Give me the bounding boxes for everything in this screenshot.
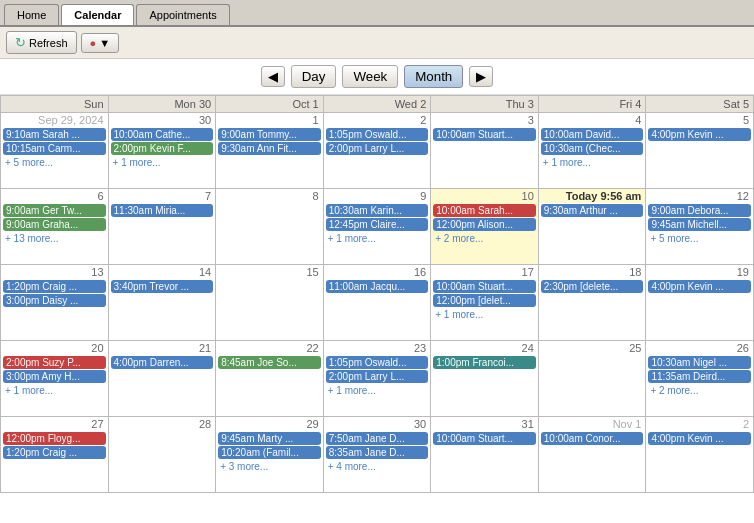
calendar-event[interactable]: 3:40pm Trevor ... (111, 280, 214, 293)
calendar-event[interactable]: + 5 more... (1, 156, 108, 169)
calendar-event[interactable]: + 13 more... (1, 232, 108, 245)
cell-date: 30 (324, 417, 431, 431)
cell-date: 10 (431, 189, 538, 203)
calendar-event[interactable]: 12:00pm Alison... (433, 218, 536, 231)
cell-date: 3 (431, 113, 538, 127)
calendar-event[interactable]: 8:45am Joe So... (218, 356, 321, 369)
calendar-event[interactable]: 9:00am Graha... (3, 218, 106, 231)
calendar-event[interactable]: 10:15am Carm... (3, 142, 106, 155)
calendar-event[interactable]: 9:00am Ger Tw... (3, 204, 106, 217)
calendar-event[interactable]: 1:20pm Craig ... (3, 280, 106, 293)
calendar-event[interactable]: 7:50am Jane D... (326, 432, 429, 445)
calendar-cell: 1010:00am Sarah...12:00pm Alison...+ 2 m… (431, 189, 539, 265)
calendar-event[interactable]: 10:00am Stuart... (433, 432, 536, 445)
calendar-event[interactable]: 1:05pm Oswald... (326, 356, 429, 369)
cell-date: 16 (324, 265, 431, 279)
calendar-event[interactable]: 4:00pm Darren... (111, 356, 214, 369)
calendar-cell: 3010:00am Cathe...2:00pm Kevin F...+ 1 m… (108, 113, 216, 189)
calendar-event[interactable]: 12:45pm Claire... (326, 218, 429, 231)
options-icon: ● (90, 37, 97, 49)
calendar-event[interactable]: + 1 more... (324, 232, 431, 245)
calendar-event[interactable]: 3:00pm Daisy ... (3, 294, 106, 307)
calendar-event[interactable]: + 5 more... (646, 232, 753, 245)
col-header: Thu 3 (431, 96, 539, 113)
calendar-event[interactable]: 9:00am Tommy... (218, 128, 321, 141)
calendar-event[interactable]: 10:30am Karin... (326, 204, 429, 217)
refresh-icon: ↻ (15, 35, 26, 50)
calendar-cell: 2610:30am Nigel ...11:35am Deird...+ 2 m… (646, 341, 754, 417)
calendar-cell: Nov 110:00am Conor... (538, 417, 646, 493)
calendar-event[interactable]: 4:00pm Kevin ... (648, 432, 751, 445)
prev-button[interactable]: ◀ (261, 66, 285, 87)
calendar-event[interactable]: 10:00am David... (541, 128, 644, 141)
calendar-event[interactable]: 2:30pm [delete... (541, 280, 644, 293)
calendar-event[interactable]: + 3 more... (216, 460, 323, 473)
calendar-event[interactable]: 11:35am Deird... (648, 370, 751, 383)
week-button[interactable]: Week (342, 65, 398, 88)
cell-date: 6 (1, 189, 108, 203)
calendar-event[interactable]: + 1 more... (431, 308, 538, 321)
calendar-event[interactable]: 3:00pm Amy H... (3, 370, 106, 383)
calendar-cell: 307:50am Jane D...8:35am Jane D...+ 4 mo… (323, 417, 431, 493)
calendar-event[interactable]: 2:00pm Larry L... (326, 370, 429, 383)
cell-date: 29 (216, 417, 323, 431)
calendar-event[interactable]: 10:00am Stuart... (433, 128, 536, 141)
calendar-event[interactable]: 2:00pm Kevin F... (111, 142, 214, 155)
calendar-event[interactable]: 10:20am (Famil... (218, 446, 321, 459)
calendar-cell: 214:00pm Darren... (108, 341, 216, 417)
calendar-event[interactable]: + 1 more... (1, 384, 108, 397)
calendar-event[interactable]: 10:00am Stuart... (433, 280, 536, 293)
month-button[interactable]: Month (404, 65, 463, 88)
cell-date: 5 (646, 113, 753, 127)
calendar-event[interactable]: 12:00pm Floyg... (3, 432, 106, 445)
calendar-event[interactable]: 2:00pm Larry L... (326, 142, 429, 155)
tab-appointments[interactable]: Appointments (136, 4, 229, 25)
calendar-event[interactable]: 1:20pm Craig ... (3, 446, 106, 459)
calendar-event[interactable]: 10:00am Conor... (541, 432, 644, 445)
cell-date: 31 (431, 417, 538, 431)
calendar-event[interactable]: 1:05pm Oswald... (326, 128, 429, 141)
cell-date: 4 (539, 113, 646, 127)
calendar-event[interactable]: 11:00am Jacqu... (326, 280, 429, 293)
calendar-cell: 241:00pm Francoi... (431, 341, 539, 417)
calendar-event[interactable]: + 1 more... (539, 156, 646, 169)
calendar-event[interactable]: 9:30am Arthur ... (541, 204, 644, 217)
calendar-event[interactable]: 9:00am Debora... (648, 204, 751, 217)
cell-date: 27 (1, 417, 108, 431)
next-button[interactable]: ▶ (469, 66, 493, 87)
calendar-event[interactable]: 10:00am Sarah... (433, 204, 536, 217)
tab-home[interactable]: Home (4, 4, 59, 25)
refresh-button[interactable]: ↻ Refresh (6, 31, 77, 54)
cell-date: 20 (1, 341, 108, 355)
calendar-cell: 910:30am Karin...12:45pm Claire...+ 1 mo… (323, 189, 431, 265)
calendar-event[interactable]: + 1 more... (324, 384, 431, 397)
calendar-event[interactable]: + 4 more... (324, 460, 431, 473)
calendar-event[interactable]: 4:00pm Kevin ... (648, 128, 751, 141)
cell-date: 28 (109, 417, 216, 431)
calendar-event[interactable]: 9:30am Ann Fit... (218, 142, 321, 155)
calendar-event[interactable]: 1:00pm Francoi... (433, 356, 536, 369)
cell-date: 8 (216, 189, 323, 203)
calendar-event[interactable]: 10:30am (Chec... (541, 142, 644, 155)
calendar-cell: 1710:00am Stuart...12:00pm [delet...+ 1 … (431, 265, 539, 341)
toolbar: ↻ Refresh ● ▼ (0, 27, 754, 59)
calendar-event[interactable]: 9:10am Sarah ... (3, 128, 106, 141)
day-button[interactable]: Day (291, 65, 337, 88)
calendar-event[interactable]: 4:00pm Kevin ... (648, 280, 751, 293)
calendar-event[interactable]: + 2 more... (646, 384, 753, 397)
cell-date: 7 (109, 189, 216, 203)
calendar-event[interactable]: 8:35am Jane D... (326, 446, 429, 459)
calendar-event[interactable]: 9:45am Michell... (648, 218, 751, 231)
calendar-event[interactable]: 11:30am Miria... (111, 204, 214, 217)
calendar-cell: 2712:00pm Floyg...1:20pm Craig ... (1, 417, 109, 493)
calendar-event[interactable]: 10:00am Cathe... (111, 128, 214, 141)
tab-calendar[interactable]: Calendar (61, 4, 134, 25)
options-button[interactable]: ● ▼ (81, 33, 120, 53)
calendar-event[interactable]: 9:45am Marty ... (218, 432, 321, 445)
refresh-label: Refresh (29, 37, 68, 49)
calendar-event[interactable]: 2:00pm Suzy P... (3, 356, 106, 369)
calendar-event[interactable]: + 1 more... (109, 156, 216, 169)
calendar-event[interactable]: + 2 more... (431, 232, 538, 245)
calendar-event[interactable]: 10:30am Nigel ... (648, 356, 751, 369)
calendar-event[interactable]: 12:00pm [delet... (433, 294, 536, 307)
